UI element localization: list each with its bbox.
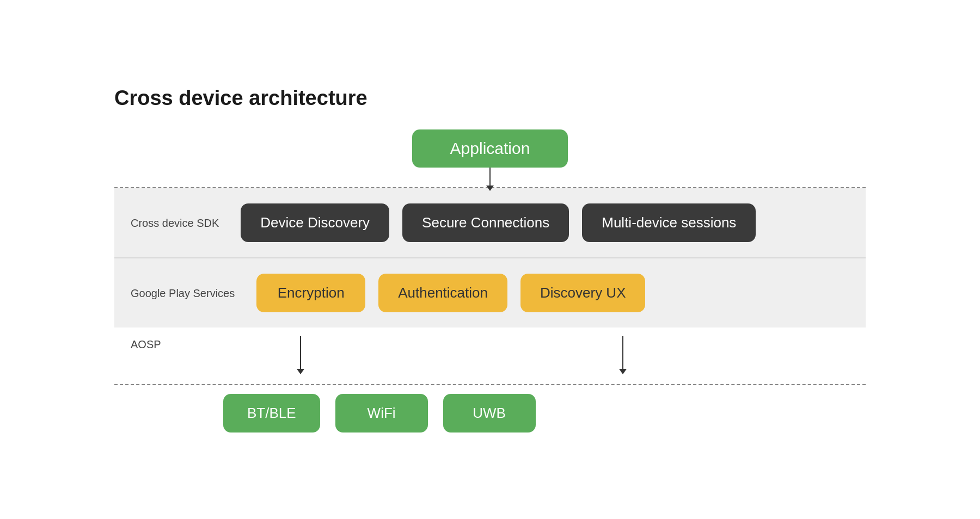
page: Cross device architecture Application Cr… <box>82 65 898 454</box>
secure-connections-box: Secure Connections <box>402 203 569 242</box>
application-box: Application <box>412 129 568 168</box>
discovery-ux-box: Discovery UX <box>520 274 645 312</box>
application-row: Application <box>114 129 866 168</box>
arrow-line-discovery <box>622 336 623 370</box>
app-arrow <box>114 168 866 187</box>
multi-device-sessions-box: Multi-device sessions <box>582 203 756 242</box>
sdk-section: Cross device SDK Device Discovery Secure… <box>114 188 866 257</box>
wifi-box: WiFi <box>335 394 428 432</box>
sdk-label: Cross device SDK <box>131 215 219 231</box>
app-arrow-line <box>489 168 491 187</box>
architecture-diagram: Application Cross device SDK Device Disc… <box>114 129 866 432</box>
arrows-area <box>218 336 849 380</box>
bottom-dashed-line <box>114 384 866 385</box>
page-title: Cross device architecture <box>114 86 866 110</box>
aosp-label: AOSP <box>131 336 218 351</box>
uwb-box: UWB <box>443 394 536 432</box>
play-label: Google Play Services <box>131 286 235 301</box>
arrow-discovery <box>562 336 684 370</box>
sdk-boxes: Device Discovery Secure Connections Mult… <box>219 203 849 242</box>
aosp-row: AOSP <box>114 328 866 380</box>
play-section: Google Play Services Encryption Authenti… <box>114 258 866 328</box>
bottom-row: BT/BLE WiFi UWB <box>114 394 866 432</box>
authentication-box: Authentication <box>378 274 507 312</box>
play-boxes: Encryption Authentication Discovery UX <box>235 274 849 312</box>
encryption-box: Encryption <box>256 274 365 312</box>
bt-ble-box: BT/BLE <box>223 394 320 432</box>
arrow-encryption <box>240 336 362 370</box>
device-discovery-box: Device Discovery <box>241 203 389 242</box>
arrow-line-encryption <box>300 336 301 370</box>
